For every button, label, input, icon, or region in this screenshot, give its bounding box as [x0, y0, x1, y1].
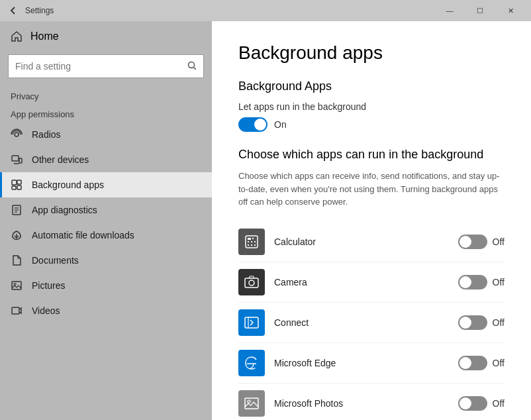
sidebar-item-auto-downloads[interactable]: Automatic file downloads [0, 223, 212, 248]
radios-label: Radios [32, 129, 61, 140]
connect-name: Connect [274, 317, 458, 328]
svg-rect-8 [12, 186, 16, 189]
auto-downloads-label: Automatic file downloads [32, 230, 134, 240]
content-area: Background apps Background Apps Let apps… [212, 21, 531, 420]
svg-rect-23 [254, 241, 256, 242]
sidebar-item-videos[interactable]: Videos [0, 298, 212, 323]
toggle-knob [459, 236, 471, 248]
sidebar-item-radios[interactable]: Radios [0, 122, 212, 147]
svg-rect-25 [251, 244, 252, 246]
svg-point-32 [248, 400, 250, 403]
calculator-toggle[interactable] [458, 235, 487, 249]
home-icon [11, 30, 23, 42]
svg-rect-21 [248, 241, 249, 242]
app-diagnostics-label: App diagnostics [32, 205, 97, 215]
svg-rect-6 [12, 180, 17, 185]
svg-rect-15 [12, 282, 21, 289]
back-button[interactable] [5, 3, 21, 19]
connect-toggle-label: Off [493, 317, 505, 328]
edge-toggle[interactable] [458, 356, 487, 370]
toggle-knob [459, 357, 471, 369]
page-title: Background apps [238, 42, 505, 64]
svg-rect-24 [248, 244, 249, 246]
minimize-button[interactable]: — [434, 0, 465, 21]
videos-icon [11, 305, 23, 317]
sidebar-item-home[interactable]: Home [0, 21, 212, 52]
videos-label: Videos [32, 305, 60, 316]
pictures-icon [11, 280, 23, 291]
svg-rect-4 [19, 158, 22, 163]
sidebar-item-background-apps[interactable]: Background apps [0, 172, 212, 197]
maximize-button[interactable]: ☐ [465, 0, 495, 21]
main-layout: Home Privacy App permissions Radios Othe… [0, 21, 531, 420]
search-input[interactable] [15, 61, 187, 72]
documents-icon [11, 254, 23, 266]
camera-toggle-group: Off [458, 275, 505, 289]
camera-toggle[interactable] [458, 275, 487, 289]
home-label: Home [30, 30, 59, 42]
svg-rect-27 [245, 278, 258, 288]
app-row-photos: Microsoft Photos Off [238, 384, 505, 421]
background-apps-toggle[interactable] [238, 117, 267, 132]
camera-icon-box [238, 269, 265, 295]
connect-toggle-group: Off [458, 315, 505, 330]
toggle-description: Let apps run in the background [238, 101, 505, 112]
toggle-knob [254, 119, 266, 131]
calculator-toggle-group: Off [458, 235, 505, 249]
titlebar: Settings — ☐ ✕ [0, 0, 531, 21]
photos-icon [243, 395, 260, 412]
pictures-label: Pictures [32, 280, 66, 291]
calculator-icon [243, 233, 260, 250]
sidebar-item-pictures[interactable]: Pictures [0, 273, 212, 298]
camera-name: Camera [274, 277, 458, 288]
svg-rect-3 [12, 156, 19, 161]
svg-rect-20 [252, 238, 254, 239]
photos-toggle-label: Off [493, 398, 505, 409]
toggle-knob [459, 317, 471, 329]
other-devices-icon [11, 154, 23, 166]
sidebar-item-other-devices[interactable]: Other devices [0, 147, 212, 172]
search-box[interactable] [8, 54, 204, 78]
section1-title: Background Apps [238, 79, 505, 93]
background-apps-icon [11, 179, 23, 191]
radios-icon [11, 129, 23, 140]
edge-icon-box [238, 350, 265, 376]
sidebar-item-app-diagnostics[interactable]: App diagnostics [0, 197, 212, 223]
sidebar-item-documents[interactable]: Documents [0, 248, 212, 273]
svg-rect-19 [248, 238, 251, 240]
close-button[interactable]: ✕ [495, 0, 526, 21]
photos-name: Microsoft Photos [274, 398, 458, 409]
search-icon [187, 61, 197, 72]
calculator-icon-box [238, 229, 265, 255]
app-diagnostics-icon [11, 204, 23, 216]
app-row-camera: Camera Off [238, 262, 505, 303]
auto-downloads-icon [11, 229, 23, 241]
photos-icon-box [238, 390, 265, 417]
app-row-calculator: Calculator Off [238, 222, 505, 262]
connect-icon [243, 314, 260, 331]
window-controls: — ☐ ✕ [434, 0, 526, 21]
edge-toggle-group: Off [458, 356, 505, 370]
toggle-knob [459, 397, 471, 409]
svg-rect-9 [17, 185, 21, 189]
app-row-edge: Microsoft Edge Off [238, 343, 505, 384]
photos-toggle[interactable] [458, 396, 487, 411]
svg-rect-26 [254, 244, 256, 246]
svg-line-1 [194, 67, 197, 70]
privacy-label: Privacy [0, 86, 212, 104]
choose-section-desc: Choose which apps can receive info, send… [238, 170, 505, 209]
choose-section-title: Choose which apps can run in the backgro… [238, 148, 505, 162]
titlebar-title: Settings [25, 6, 434, 15]
connect-toggle[interactable] [458, 315, 487, 330]
svg-rect-7 [17, 180, 21, 184]
toggle-state-label: On [274, 119, 287, 130]
app-permissions-label: App permissions [0, 104, 212, 122]
camera-toggle-label: Off [493, 277, 505, 288]
background-toggle-row: On [238, 117, 505, 132]
background-apps-label: Background apps [32, 180, 104, 190]
svg-rect-29 [245, 317, 258, 328]
svg-point-28 [249, 280, 254, 286]
svg-rect-31 [245, 398, 258, 409]
documents-label: Documents [32, 255, 79, 266]
calculator-name: Calculator [274, 236, 458, 247]
